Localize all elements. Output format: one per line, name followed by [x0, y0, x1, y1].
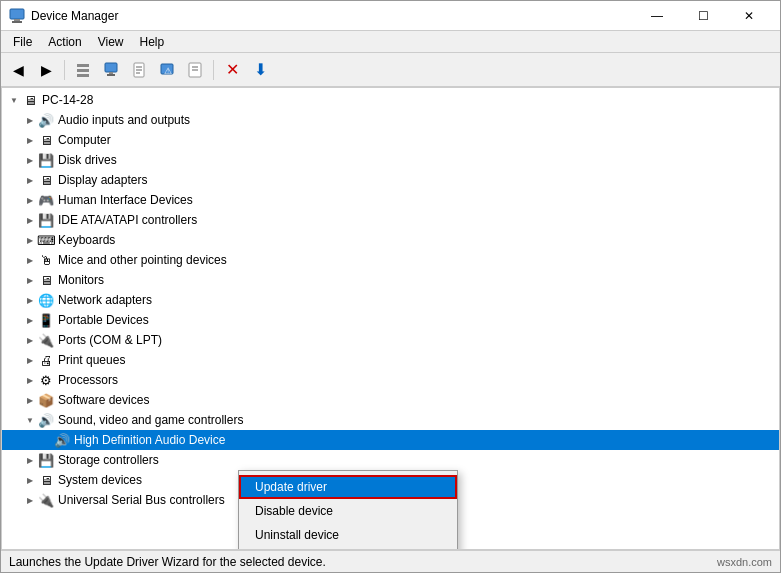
- svg-rect-2: [12, 21, 22, 23]
- tree-item-processors[interactable]: ▶ ⚙ Processors: [2, 370, 779, 390]
- properties-button[interactable]: [126, 57, 152, 83]
- print-icon: 🖨: [38, 352, 54, 368]
- back-button[interactable]: ◀: [5, 57, 31, 83]
- tree-item-storage[interactable]: ▶ 💾 Storage controllers: [2, 450, 779, 470]
- monitors-label: Monitors: [58, 273, 104, 287]
- hdaudio-icon: 🔊: [54, 432, 70, 448]
- keyboard-icon: ⌨: [38, 232, 54, 248]
- tree-item-mice[interactable]: ▶ 🖱 Mice and other pointing devices: [2, 250, 779, 270]
- portable-label: Portable Devices: [58, 313, 149, 327]
- tree-item-hid[interactable]: ▶ 🎮 Human Interface Devices: [2, 190, 779, 210]
- sound-label: Sound, video and game controllers: [58, 413, 243, 427]
- remove-button[interactable]: ✕: [219, 57, 245, 83]
- tree-item-ide[interactable]: ▶ 💾 IDE ATA/ATAPI controllers: [2, 210, 779, 230]
- portable-icon: 📱: [38, 312, 54, 328]
- tree-item-audio[interactable]: ▶ 🔊 Audio inputs and outputs: [2, 110, 779, 130]
- processors-icon: ⚙: [38, 372, 54, 388]
- ctx-uninstall-device[interactable]: Uninstall device: [239, 523, 457, 547]
- sound-icon: 🔊: [38, 412, 54, 428]
- expand-hid[interactable]: ▶: [22, 192, 38, 208]
- tree-item-sound[interactable]: ▼ 🔊 Sound, video and game controllers: [2, 410, 779, 430]
- ide-icon: 💾: [38, 212, 54, 228]
- audio-label: Audio inputs and outputs: [58, 113, 190, 127]
- menu-file[interactable]: File: [5, 33, 40, 51]
- menu-bar: File Action View Help: [1, 31, 780, 53]
- ctx-uninstall-label: Uninstall device: [255, 528, 339, 542]
- tree-item-computer[interactable]: ▶ 🖥 Computer: [2, 130, 779, 150]
- tree-item-disk[interactable]: ▶ 💾 Disk drives: [2, 150, 779, 170]
- tree-item-ports[interactable]: ▶ 🔌 Ports (COM & LPT): [2, 330, 779, 350]
- svg-rect-4: [77, 69, 89, 72]
- refresh-button[interactable]: ⚠: [154, 57, 180, 83]
- expand-ports[interactable]: ▶: [22, 332, 38, 348]
- expand-computer[interactable]: ▶: [22, 132, 38, 148]
- view-button[interactable]: [70, 57, 96, 83]
- expand-icon-root[interactable]: ▼: [6, 92, 22, 108]
- expand-system[interactable]: ▶: [22, 472, 38, 488]
- tree-root[interactable]: ▼ 🖥 PC-14-28: [2, 90, 779, 110]
- menu-action[interactable]: Action: [40, 33, 89, 51]
- device-manager-window: Device Manager — ☐ ✕ File Action View He…: [0, 0, 781, 573]
- mice-label: Mice and other pointing devices: [58, 253, 227, 267]
- toolbar-separator-1: [64, 60, 65, 80]
- hid-label: Human Interface Devices: [58, 193, 193, 207]
- expand-audio[interactable]: ▶: [22, 112, 38, 128]
- expand-usb[interactable]: ▶: [22, 492, 38, 508]
- storage-label: Storage controllers: [58, 453, 159, 467]
- download-button[interactable]: ⬇: [247, 57, 273, 83]
- expand-sound[interactable]: ▼: [22, 412, 38, 428]
- main-area: ▼ 🖥 PC-14-28 ▶ 🔊 Audio inputs and output…: [1, 87, 780, 550]
- network-label: Network adapters: [58, 293, 152, 307]
- expand-print[interactable]: ▶: [22, 352, 38, 368]
- computer-button[interactable]: [98, 57, 124, 83]
- scan-button[interactable]: [182, 57, 208, 83]
- print-label: Print queues: [58, 353, 125, 367]
- expand-software[interactable]: ▶: [22, 392, 38, 408]
- close-button[interactable]: ✕: [726, 1, 772, 31]
- storage-icon: 💾: [38, 452, 54, 468]
- tree-item-keyboards[interactable]: ▶ ⌨ Keyboards: [2, 230, 779, 250]
- ctx-update-driver[interactable]: Update driver: [239, 475, 457, 499]
- expand-portable[interactable]: ▶: [22, 312, 38, 328]
- tree-item-network[interactable]: ▶ 🌐 Network adapters: [2, 290, 779, 310]
- tree-item-portable[interactable]: ▶ 📱 Portable Devices: [2, 310, 779, 330]
- svg-rect-8: [107, 74, 115, 76]
- menu-help[interactable]: Help: [132, 33, 173, 51]
- tree-item-print[interactable]: ▶ 🖨 Print queues: [2, 350, 779, 370]
- usb-icon: 🔌: [38, 492, 54, 508]
- computer-icon: 🖥: [22, 92, 38, 108]
- expand-monitors[interactable]: ▶: [22, 272, 38, 288]
- context-menu: Update driver Disable device Uninstall d…: [238, 470, 458, 550]
- mice-icon: 🖱: [38, 252, 54, 268]
- svg-rect-6: [105, 63, 117, 72]
- ctx-disable-device[interactable]: Disable device: [239, 499, 457, 523]
- network-icon: 🌐: [38, 292, 54, 308]
- svg-text:⚠: ⚠: [164, 66, 172, 76]
- minimize-button[interactable]: —: [634, 1, 680, 31]
- status-right: wsxdn.com: [717, 556, 772, 568]
- usb-label: Universal Serial Bus controllers: [58, 493, 225, 507]
- tree-item-display[interactable]: ▶ 🖥 Display adapters: [2, 170, 779, 190]
- software-label: Software devices: [58, 393, 149, 407]
- tree-item-hdaudio[interactable]: 🔊 High Definition Audio Device: [2, 430, 779, 450]
- expand-hdaudio[interactable]: [38, 432, 54, 448]
- forward-button[interactable]: ▶: [33, 57, 59, 83]
- svg-rect-0: [10, 9, 24, 19]
- window-title: Device Manager: [31, 9, 118, 23]
- maximize-button[interactable]: ☐: [680, 1, 726, 31]
- tree-item-software[interactable]: ▶ 📦 Software devices: [2, 390, 779, 410]
- toolbar: ◀ ▶ ⚠ ✕ ⬇: [1, 53, 780, 87]
- expand-display[interactable]: ▶: [22, 172, 38, 188]
- expand-network[interactable]: ▶: [22, 292, 38, 308]
- expand-processors[interactable]: ▶: [22, 372, 38, 388]
- computer-node-icon: 🖥: [38, 132, 54, 148]
- expand-storage[interactable]: ▶: [22, 452, 38, 468]
- title-bar-left: Device Manager: [9, 8, 118, 24]
- expand-mice[interactable]: ▶: [22, 252, 38, 268]
- tree-item-monitors[interactable]: ▶ 🖥 Monitors: [2, 270, 779, 290]
- keyboards-label: Keyboards: [58, 233, 115, 247]
- expand-disk[interactable]: ▶: [22, 152, 38, 168]
- menu-view[interactable]: View: [90, 33, 132, 51]
- expand-ide[interactable]: ▶: [22, 212, 38, 228]
- ctx-disable-label: Disable device: [255, 504, 333, 518]
